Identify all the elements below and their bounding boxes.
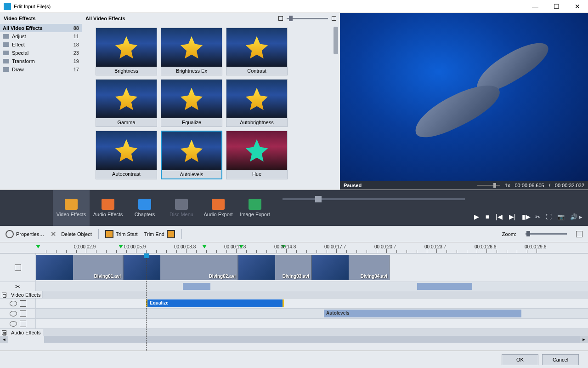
trim-start-icon [105,230,113,238]
gear-icon [6,230,14,238]
clip-Diving03-avi[interactable]: Diving03.avi [238,255,311,280]
timeline: Diving01.aviDiving02.aviDiving03.aviDivi… [0,253,588,351]
maximize-button[interactable]: ☐ [549,3,563,10]
time-position: 00:00:06.605 [514,183,544,188]
audio-effects-section[interactable]: ⊟Audio Effects [0,329,588,336]
effect-equalize[interactable]: Equalize [161,79,222,127]
ok-button[interactable]: OK [502,354,538,365]
snapshot-icon[interactable]: 📷 [557,213,565,220]
video-effects-icon [65,199,78,210]
fx-track-3[interactable] [0,319,588,329]
effects-panel: All Video Effects BrightnessBrightness E… [82,13,340,190]
close-button[interactable]: ✕ [571,3,584,10]
trim-end-icon [167,230,175,238]
category-draw[interactable]: Draw17 [0,65,82,74]
properties-button[interactable]: Properties… [6,230,44,238]
sidebar: Video Effects All Video Effects88Adjust1… [0,13,82,190]
time-duration: 00:00:32.032 [555,183,584,188]
volume-icon[interactable]: 🔊 ▸ [570,213,582,220]
category-transform[interactable]: Transform19 [0,57,82,65]
fullscreen-icon[interactable]: ⛶ [546,213,552,220]
scissors-icon: ✂ [15,283,21,290]
playback-state: Paused [344,183,473,188]
trim-end-button[interactable]: Trim End [144,230,175,238]
zoom-slider[interactable] [526,233,567,235]
tab-disc-menu: Disc Menu [163,190,200,226]
video-track[interactable]: Diving01.aviDiving02.aviDiving03.aviDivi… [0,253,588,282]
speed-slider[interactable] [477,185,500,186]
audio-effects-icon [102,199,114,210]
tab-audio-export[interactable]: Audio Export [200,190,237,226]
track-icon [20,300,26,307]
folder-icon [3,67,9,72]
view-toggle-icon[interactable] [278,16,283,21]
effect-gamma[interactable]: Gamma [96,79,157,127]
delete-object-button[interactable]: Delete Object [51,230,92,238]
effect-autocontrast[interactable]: Autocontrast [96,131,157,179]
folder-icon [3,59,9,63]
effect-brightness-ex[interactable]: Brightness Ex [161,28,222,75]
cut-icon[interactable]: ✂ [535,213,540,220]
cut-segment[interactable] [183,283,210,290]
minimize-button[interactable]: — [528,3,542,10]
category-special[interactable]: Special23 [0,49,82,57]
fx-track-1[interactable]: Equalize [0,299,588,309]
titlebar: Edit Input File(s) — ☐ ✕ [0,0,588,13]
effect-autobrightness[interactable]: Autobrightness [226,79,288,127]
tab-chapters[interactable]: Chapters [126,190,163,226]
timeline-scrollbar[interactable]: ◄► [0,336,588,343]
video-effects-section[interactable]: ⊟Video Effects [0,291,588,299]
trim-start-button[interactable]: Trim Start [105,230,138,238]
zoom-fit-icon[interactable] [576,231,582,237]
tab-image-export[interactable]: Image Export [237,190,273,226]
effect-contrast[interactable]: Contrast [226,28,288,75]
preview-pane: Paused 1x 00:00:06.605 / 00:00:32.032 [340,13,588,190]
track-icon [20,310,26,317]
app-icon [4,3,11,10]
effect-clip-autolevels[interactable]: Autolevels [324,310,521,317]
playhead[interactable] [146,253,147,351]
stop-button[interactable]: ■ [486,213,489,220]
prev-frame-button[interactable]: |◀ [496,213,503,220]
eye-icon[interactable] [10,311,17,316]
next-frame-button[interactable]: ▶| [509,213,516,220]
preview-seekbar[interactable] [283,198,465,200]
effect-clip-equalize[interactable]: Equalize [146,299,284,307]
effect-hue[interactable]: Hue [226,131,288,179]
timeline-toolbar: Properties… Delete Object Trim Start Tri… [0,226,588,242]
category-all-video-effects[interactable]: All Video Effects88 [0,24,82,32]
folder-icon [3,34,9,39]
effect-brightness[interactable]: Brightness [96,28,157,75]
timeline-ruler[interactable]: 00:00:02.900:00:05.900:00:08.800:00:11.8… [0,242,588,253]
play-button[interactable]: ▶ [474,213,479,220]
window-title: Edit Input File(s) [14,4,528,9]
mode-tabs-bar: Video EffectsAudio EffectsChaptersDisc M… [0,190,588,226]
film-icon [15,264,21,271]
play-range-button[interactable]: ▮▶ [522,213,531,220]
eye-icon[interactable] [10,321,17,327]
clip-Diving04-avi[interactable]: Diving04.avi [311,255,390,280]
cut-track[interactable]: ✂ [0,282,588,291]
chapters-icon [138,199,151,210]
thumbnail-size-slider[interactable] [287,18,328,19]
clip-Diving01-avi[interactable]: Diving01.avi [36,255,123,280]
tab-audio-effects[interactable]: Audio Effects [90,190,126,226]
eye-icon[interactable] [10,301,17,306]
folder-icon [3,42,9,47]
speed-value: 1x [505,183,510,188]
effects-heading: All Video Effects [85,16,275,21]
cut-segment[interactable] [417,283,472,290]
folder-icon [3,51,9,55]
effect-autolevels[interactable]: Autolevels [161,131,222,179]
category-adjust[interactable]: Adjust11 [0,32,82,40]
track-icon [20,321,26,327]
tab-video-effects[interactable]: Video Effects [53,190,90,226]
clip-Diving02-avi[interactable]: Diving02.avi [123,255,238,280]
preview-video[interactable] [340,13,588,181]
category-effect[interactable]: Effect18 [0,40,82,49]
view-toggle-icon-2[interactable] [332,16,336,21]
disc-menu-icon [175,199,188,210]
cancel-button[interactable]: Cancel [542,354,579,365]
fx-track-2[interactable]: Autolevels [0,309,588,319]
zoom-label: Zoom: [502,231,516,237]
